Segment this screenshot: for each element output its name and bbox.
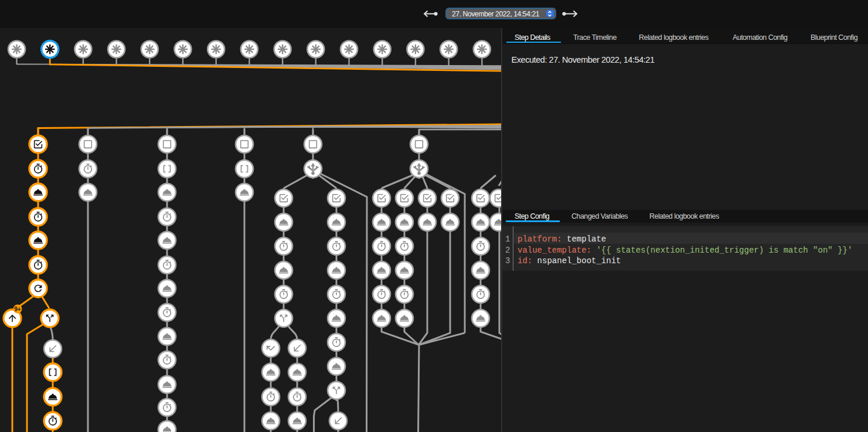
svg-text:9+: 9+ xyxy=(14,306,21,312)
